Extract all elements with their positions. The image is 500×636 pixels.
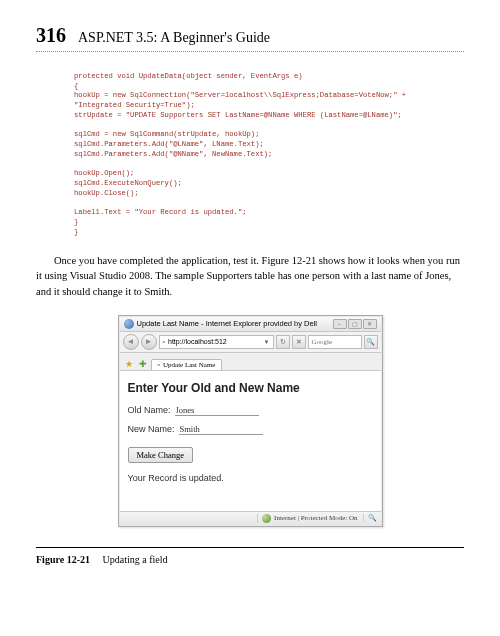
window-controls: – ▢ ✕ xyxy=(333,319,377,329)
old-name-label: Old Name: xyxy=(128,405,171,415)
zoom-icon: 🔍 xyxy=(368,514,377,522)
window-title: Update Last Name - Internet Explorer pro… xyxy=(137,319,318,328)
favorites-add-icon[interactable]: ✚ xyxy=(137,358,149,370)
tab-update-last-name[interactable]: ▫ Update Last Name xyxy=(151,359,223,370)
url-text: http://localhost:512 xyxy=(168,338,227,345)
new-name-label: New Name: xyxy=(128,424,175,434)
page-content: Enter Your Old and New Name Old Name: Ne… xyxy=(120,371,381,511)
page-header: 316 ASP.NET 3.5: A Beginner's Guide xyxy=(36,24,464,47)
body-paragraph-text: Once you have completed the application,… xyxy=(36,255,460,296)
status-zone: Internet | Protected Mode: On xyxy=(257,514,357,523)
browser-window: Update Last Name - Internet Explorer pro… xyxy=(118,315,383,527)
search-go-button[interactable]: 🔍 xyxy=(364,335,378,349)
body-paragraph: Once you have completed the application,… xyxy=(36,253,464,299)
new-name-input[interactable] xyxy=(179,424,263,435)
favorites-icon[interactable]: ★ xyxy=(123,358,135,370)
new-name-row: New Name: xyxy=(128,424,373,435)
url-input[interactable]: ▫ http://localhost:512 ▼ xyxy=(159,335,274,349)
forward-button[interactable]: ► xyxy=(141,334,157,350)
book-title: ASP.NET 3.5: A Beginner's Guide xyxy=(78,30,270,46)
globe-icon xyxy=(262,514,271,523)
old-name-input[interactable] xyxy=(175,405,259,416)
minimize-button[interactable]: – xyxy=(333,319,347,329)
status-zoom[interactable]: 🔍 xyxy=(363,514,377,522)
maximize-button[interactable]: ▢ xyxy=(348,319,362,329)
ie-icon xyxy=(124,319,134,329)
tab-page-icon: ▫ xyxy=(158,361,160,369)
form-heading: Enter Your Old and New Name xyxy=(128,381,373,395)
tab-bar: ★ ✚ ▫ Update Last Name xyxy=(120,353,381,371)
page-number: 316 xyxy=(36,24,66,47)
tab-title: Update Last Name xyxy=(163,361,215,369)
old-name-row: Old Name: xyxy=(128,405,373,416)
result-label: Your Record is updated. xyxy=(128,473,373,483)
figure-label: Figure 12-21 xyxy=(36,554,90,565)
close-button[interactable]: ✕ xyxy=(363,319,377,329)
code-listing: protected void UpdateData(object sender,… xyxy=(74,72,464,237)
page-icon: ▫ xyxy=(163,338,165,345)
url-dropdown-icon[interactable]: ▼ xyxy=(264,339,270,345)
figure-rule xyxy=(36,547,464,548)
stop-button[interactable]: ✕ xyxy=(292,335,306,349)
status-bar: Internet | Protected Mode: On 🔍 xyxy=(120,511,381,525)
status-text: Internet | Protected Mode: On xyxy=(274,514,357,522)
make-change-button[interactable]: Make Change xyxy=(128,447,193,463)
back-button[interactable]: ◄ xyxy=(123,334,139,350)
figure-caption: Figure 12-21 Updating a field xyxy=(36,554,464,565)
search-placeholder: Google xyxy=(312,338,333,346)
refresh-button[interactable]: ↻ xyxy=(276,335,290,349)
address-bar: ◄ ► ▫ http://localhost:512 ▼ ↻ ✕ Google … xyxy=(120,332,381,353)
header-rule xyxy=(36,51,464,52)
search-input[interactable]: Google xyxy=(308,335,362,349)
window-titlebar: Update Last Name - Internet Explorer pro… xyxy=(120,317,381,332)
figure-text: Updating a field xyxy=(102,554,167,565)
